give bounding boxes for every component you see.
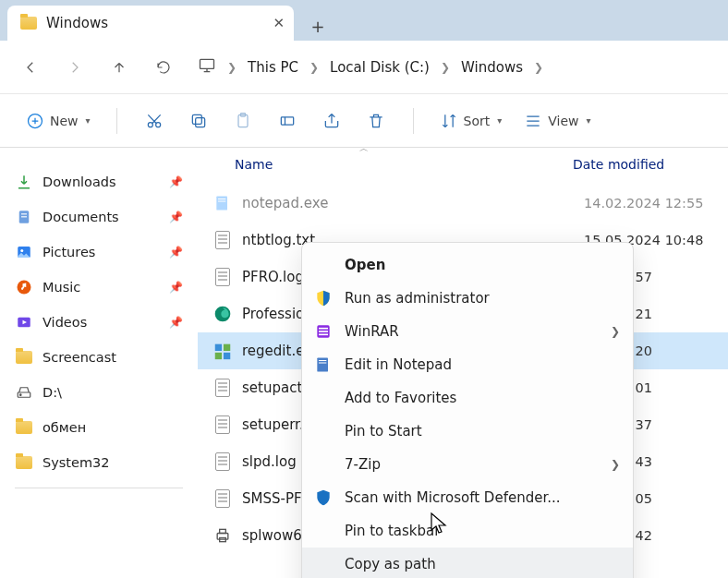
crumb-local-disk[interactable]: Local Disk (C:) [330,59,430,76]
ctx-pin-to-taskbar[interactable]: Pin to taskbar [302,514,633,548]
sidebar-item-documents[interactable]: Documents 📌 [7,199,190,235]
cut-button[interactable] [134,103,175,138]
svg-rect-31 [319,331,328,332]
sidebar-item-videos[interactable]: Videos 📌 [7,305,190,340]
crumb-windows[interactable]: Windows [461,59,523,76]
sidebar-item-d-[interactable]: D:\ [7,375,190,410]
refresh-button[interactable] [144,48,183,87]
svg-rect-22 [215,344,222,351]
sort-label: Sort [464,114,491,128]
chevron-right-icon: ❯ [227,61,237,74]
ctx-open[interactable]: Open [302,248,633,282]
shield-admin-icon [313,288,334,308]
back-button[interactable] [11,48,50,87]
sidebar-item-pictures[interactable]: Pictures 📌 [7,235,190,270]
svg-rect-8 [281,116,293,124]
ctx-label: WinRAR [345,323,399,340]
sidebar-item-music[interactable]: Music 📌 [7,270,190,305]
chevron-down-icon: ▾ [497,115,502,126]
folder-icon [15,348,33,367]
ctx-label: 7-Zip [345,456,381,473]
pin-icon: 📌 [169,175,183,188]
svg-rect-4 [195,117,204,126]
svg-point-2 [148,122,152,126]
sidebar-item--[interactable]: обмен [7,410,190,445]
file-date: 14.02.2024 12:55 [584,196,728,211]
svg-rect-26 [217,534,228,540]
delete-button[interactable] [356,103,396,138]
drive-icon [15,383,33,402]
separator [15,488,183,488]
txt-icon [212,378,233,398]
chevron-down-icon: ▾ [86,115,91,126]
tab-windows[interactable]: Windows ✕ [7,6,294,41]
sidebar-item-label: Music [42,280,80,295]
column-headers[interactable]: Name Date modified [198,157,728,185]
ctx-copy-as-path[interactable]: Copy as path [302,548,633,578]
chevron-right-icon: ❯ [611,458,620,471]
folder-icon [15,418,33,437]
nav-bar: ❯ This PC ❯ Local Disk (C:) ❯ Windows ❯ [0,41,728,94]
pin-icon: 📌 [169,211,183,223]
regedit-icon [212,341,233,361]
collapse-ribbon-icon[interactable]: ︿ [0,142,728,155]
sidebar-item-label: Videos [42,315,87,330]
new-tab-button[interactable]: + [303,11,333,41]
breadcrumb[interactable]: ❯ This PC ❯ Local Disk (C:) ❯ Windows ❯ [198,56,543,78]
sidebar-item-label: обмен [42,420,86,435]
chevron-right-icon: ❯ [309,61,319,74]
ctx-label: Pin to taskbar [345,523,440,539]
ctx-pin-to-start[interactable]: Pin to Start [302,415,633,448]
forward-button[interactable] [55,48,94,87]
sidebar-item-label: D:\ [42,385,62,400]
column-date[interactable]: Date modified [573,157,728,185]
file-name: notepad.exe [242,195,584,211]
svg-rect-20 [218,201,225,202]
sidebar-item-screencast[interactable]: Screencast [7,340,190,375]
svg-rect-11 [21,216,27,217]
ctx-7-zip[interactable]: 7-Zip❯ [302,448,633,481]
copy-button[interactable] [178,103,219,138]
ctx-winrar[interactable]: WinRAR❯ [302,315,633,348]
rename-button[interactable] [267,103,308,138]
videos-icon [15,313,33,331]
svg-rect-34 [319,360,326,361]
new-button[interactable]: New ▾ [17,103,100,138]
paste-button[interactable] [223,103,263,138]
sidebar-item-label: Pictures [42,245,95,259]
cursor-icon [431,512,449,536]
ctx-run-as-administrator[interactable]: Run as administrator [302,282,633,315]
shield-defender-icon [313,488,334,508]
folder-icon [15,453,33,472]
toolbar: New ▾ Sort ▾ View ▾ [0,94,728,148]
file-row[interactable]: notepad.exe 14.02.2024 12:55 [198,185,728,222]
download-icon [15,173,33,191]
sidebar-item-label: Documents [42,210,119,224]
documents-icon [15,208,33,226]
ctx-add-to-favorites[interactable]: Add to Favorites [302,381,633,415]
crumb-this-pc[interactable]: This PC [248,59,298,76]
close-tab-icon[interactable]: ✕ [273,15,285,31]
sidebar-item-system32[interactable]: System32 [7,445,190,480]
svg-rect-18 [216,197,227,211]
sidebar: Downloads 📌 Documents 📌 Pictures 📌 Music… [0,157,198,578]
sidebar-item-label: Screencast [42,350,116,365]
ctx-label: Add to Favorites [345,390,456,406]
sort-button[interactable]: Sort ▾ [431,103,512,138]
chevron-right-icon: ❯ [611,325,620,338]
sidebar-item-downloads[interactable]: Downloads 📌 [7,164,190,199]
txt-icon [212,267,233,287]
share-button[interactable] [311,103,352,138]
up-button[interactable] [100,48,139,87]
edge-icon [212,304,233,324]
svg-rect-32 [319,334,328,336]
ctx-scan-with-microsoft-defender-[interactable]: Scan with Microsoft Defender... [302,481,633,514]
notepad-icon [313,355,334,375]
svg-point-17 [20,394,22,396]
view-button[interactable]: View ▾ [515,103,600,138]
svg-rect-35 [319,363,326,364]
column-name[interactable]: Name [198,157,573,185]
sidebar-item-label: System32 [42,455,110,470]
ctx-edit-in-notepad[interactable]: Edit in Notepad [302,348,633,381]
svg-rect-23 [224,344,230,351]
